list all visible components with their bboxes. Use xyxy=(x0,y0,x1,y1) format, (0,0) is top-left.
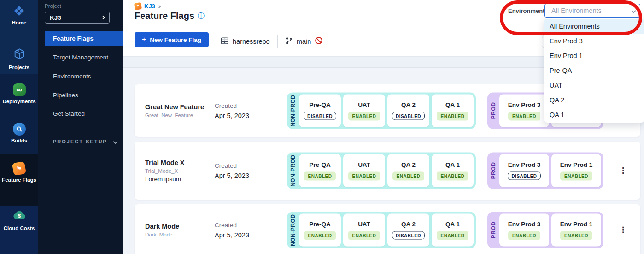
dropdown-option[interactable]: UAT xyxy=(544,78,644,93)
kebab-menu-icon[interactable]: ⋮ xyxy=(619,226,627,234)
cloud-costs-icon: $ xyxy=(12,209,26,223)
sync-error-icon[interactable] xyxy=(315,36,323,47)
prod-section: PROD Env Prod 3 ENABLED Env Prod 1 ENABL… xyxy=(487,212,603,248)
environment-card[interactable]: Pre-QA ENABLED xyxy=(299,154,341,187)
sidebar-item-home[interactable]: ❖ Home xyxy=(0,5,38,25)
non-prod-label: NON-PROD xyxy=(287,154,299,186)
repo-selector[interactable]: harnessrepo xyxy=(220,26,270,57)
non-prod-label: NON-PROD xyxy=(287,95,299,126)
repo-icon xyxy=(220,36,229,47)
environment-name: Env Prod 3 xyxy=(508,220,541,227)
non-prod-section: NON-PROD Pre-QA ENABLED UAT ENABLED xyxy=(287,212,476,248)
prod-label: PROD xyxy=(487,102,499,119)
sidebar-item-builds[interactable]: Builds xyxy=(0,123,38,143)
prod-section: PROD Env Prod 3 DISABLED Env Prod 1 ENAB… xyxy=(487,153,603,189)
environment-name: Pre-QA xyxy=(309,101,331,108)
sidebar-item-projects[interactable]: Projects xyxy=(0,47,38,70)
sidebar-item-get-started[interactable]: Get Started xyxy=(53,110,85,117)
environment-name: QA 1 xyxy=(445,101,460,108)
project-setup-label: PROJECT SETUP xyxy=(53,139,107,144)
dropdown-option[interactable]: Pre-QA xyxy=(544,63,644,78)
flag-created: Created Apr 5, 2023 xyxy=(215,222,249,239)
sidebar-item-environments[interactable]: Environments xyxy=(53,73,91,80)
environment-name: Env Prod 3 xyxy=(508,101,541,108)
flag-description: Lorem ipsum xyxy=(145,176,212,183)
environment-name: QA 1 xyxy=(445,161,460,168)
info-icon[interactable]: ⓘ xyxy=(198,12,205,20)
dropdown-option[interactable]: All Environments xyxy=(544,19,644,34)
environment-card[interactable]: QA 1 ENABLED xyxy=(432,154,474,187)
environment-select[interactable]: All Environments xyxy=(544,4,640,18)
environment-card[interactable]: UAT ENABLED xyxy=(343,95,385,127)
environment-card[interactable]: Pre-QA ENABLED xyxy=(299,214,341,247)
environment-state-badge: ENABLED xyxy=(560,171,592,180)
environment-card[interactable]: UAT ENABLED xyxy=(343,214,385,247)
chevron-right-icon xyxy=(101,16,105,19)
environment-card[interactable]: QA 1 ENABLED xyxy=(432,214,474,247)
flag-info: Great New Feature Great_New_Feature xyxy=(145,103,212,118)
project-selector[interactable]: KJ3 xyxy=(45,12,110,24)
sidebar-item-deployments[interactable]: ∞ Deployments xyxy=(0,83,38,104)
dropdown-option[interactable]: Env Prod 1 xyxy=(544,48,644,63)
chevron-down-icon xyxy=(113,139,117,144)
environment-card[interactable]: QA 1 ENABLED xyxy=(432,95,474,127)
branch-selector[interactable]: main xyxy=(285,26,323,57)
non-prod-section: NON-PROD Pre-QA DISABLED UAT ENABLED xyxy=(287,93,476,129)
sidebar-item-feature-flags[interactable]: ⚑ Feature Flags xyxy=(0,162,38,183)
non-prod-label: NON-PROD xyxy=(287,214,299,246)
sidebar-item-target-management[interactable]: Target Management xyxy=(53,54,108,61)
environment-card[interactable]: Env Prod 1 ENABLED xyxy=(551,154,601,187)
environment-name: Pre-QA xyxy=(309,161,331,168)
environment-name: Env Prod 1 xyxy=(560,161,593,168)
environment-name: UAT xyxy=(358,161,370,168)
flag-identifier: Trial_Mode_X xyxy=(145,168,212,174)
environment-state-badge: ENABLED xyxy=(508,112,540,120)
environment-select-value: All Environments xyxy=(551,7,632,14)
environment-card[interactable]: QA 2 ENABLED xyxy=(387,154,429,187)
prod-label: PROD xyxy=(487,222,499,239)
environment-name: QA 1 xyxy=(445,220,460,227)
flag-identifier: Dark_Mode xyxy=(145,232,212,237)
svg-text:$: $ xyxy=(18,213,20,219)
environment-card[interactable]: UAT ENABLED xyxy=(343,154,385,187)
sidebar-item-label: Cloud Costs xyxy=(4,225,35,231)
flag-name-link[interactable]: Great New Feature xyxy=(145,103,212,111)
dropdown-option[interactable]: QA 2 xyxy=(544,93,644,107)
sidebar-item-feature-flags-menu[interactable]: Feature Flags xyxy=(45,31,123,46)
kebab-menu-icon[interactable]: ⋮ xyxy=(619,166,627,175)
flag-row: Dark Mode Dark_Mode Created Apr 5, 2023 … xyxy=(135,204,640,254)
flag-name-link[interactable]: Trial Mode X xyxy=(145,159,212,166)
dropdown-option[interactable]: QA 1 xyxy=(544,107,644,122)
repo-name: harnessrepo xyxy=(233,38,270,45)
prod-cards: Env Prod 3 ENABLED Env Prod 1 ENABLED xyxy=(499,214,601,247)
breadcrumb-project-link[interactable]: KJ3 xyxy=(144,3,155,10)
non-prod-cards: Pre-QA ENABLED UAT ENABLED QA 2 EN xyxy=(299,154,474,187)
project-setup-toggle[interactable]: PROJECT SETUP xyxy=(53,139,117,144)
breadcrumb: ⚑ KJ3 xyxy=(135,3,160,10)
builds-icon xyxy=(13,123,26,136)
environment-card[interactable]: Env Prod 3 ENABLED xyxy=(499,95,549,127)
environment-state-badge: ENABLED xyxy=(560,231,592,240)
sidebar-item-pipelines[interactable]: Pipelines xyxy=(53,92,78,99)
environment-state-badge: ENABLED xyxy=(348,112,381,120)
environment-state-badge: ENABLED xyxy=(508,231,540,240)
environment-card[interactable]: Env Prod 3 ENABLED xyxy=(499,214,549,247)
environment-name: Env Prod 3 xyxy=(508,161,541,168)
deployments-icon: ∞ xyxy=(13,83,26,96)
created-label: Created xyxy=(215,102,249,109)
environment-state-badge: ENABLED xyxy=(437,171,469,180)
environment-card[interactable]: Env Prod 3 DISABLED xyxy=(499,154,549,187)
environment-card[interactable]: Env Prod 1 ENABLED xyxy=(551,214,601,247)
dropdown-option[interactable]: Env Prod 3 xyxy=(544,34,644,48)
sidebar-item-label: Projects xyxy=(9,65,29,70)
environment-card[interactable]: QA 2 DISABLED xyxy=(387,95,429,127)
sidebar-item-cloud-costs[interactable]: $ Cloud Costs xyxy=(0,209,38,231)
divider xyxy=(53,128,112,128)
environment-name: QA 2 xyxy=(401,221,416,228)
environment-state-badge: DISABLED xyxy=(392,231,425,240)
flag-name-link[interactable]: Dark Mode xyxy=(145,223,212,230)
new-feature-flag-button[interactable]: + New Feature Flag xyxy=(135,32,209,47)
feature-flags-breadcrumb-icon: ⚑ xyxy=(134,2,142,10)
environment-card[interactable]: QA 2 DISABLED xyxy=(387,214,429,247)
environment-card[interactable]: Pre-QA DISABLED xyxy=(299,95,341,127)
